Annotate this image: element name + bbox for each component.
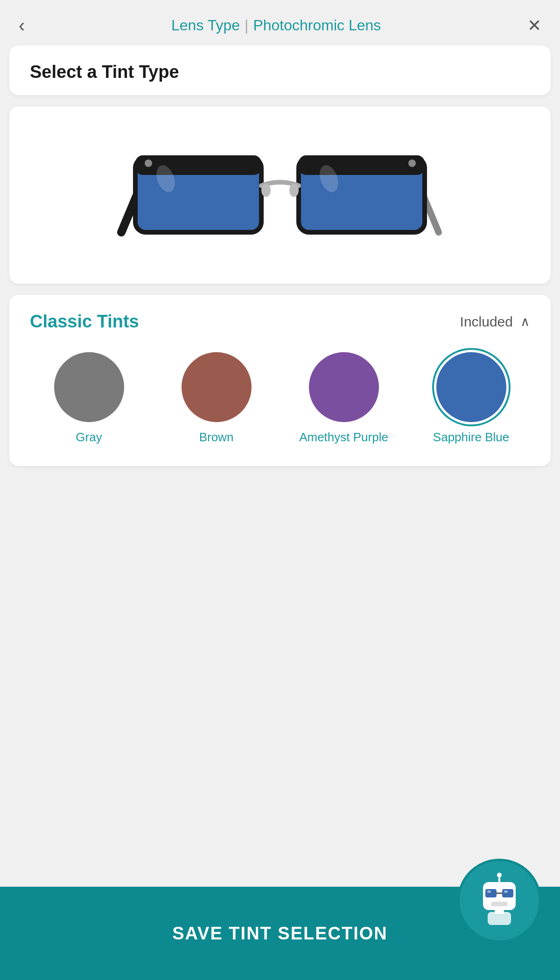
svg-rect-24 [495, 909, 504, 914]
swatch-sapphire-circle[interactable] [436, 352, 506, 422]
svg-point-9 [289, 184, 299, 197]
tints-header: Classic Tints Included ∧ [30, 312, 530, 332]
breadcrumb: Lens Type | Photochromic Lens [171, 17, 381, 34]
swatch-amethyst-purple[interactable]: Amethyst Purple [285, 352, 403, 445]
header: ‹ Lens Type | Photochromic Lens ✕ [0, 0, 560, 45]
svg-rect-20 [491, 902, 508, 906]
robot-circle [457, 859, 541, 943]
breadcrumb-lens-subtype: Photochromic Lens [253, 17, 381, 34]
breadcrumb-lens-type: Lens Type [171, 17, 240, 34]
svg-point-10 [145, 160, 152, 167]
swatch-sapphire-label: Sapphire Blue [433, 430, 509, 445]
back-button[interactable]: ‹ [19, 15, 25, 36]
main-content: Select a Tint Type [0, 45, 560, 757]
svg-rect-18 [504, 890, 508, 893]
chevron-up-icon[interactable]: ∧ [520, 314, 530, 329]
empty-area [9, 477, 551, 757]
svg-rect-23 [488, 912, 511, 925]
svg-point-22 [497, 873, 502, 877]
svg-point-8 [261, 184, 271, 197]
svg-rect-17 [487, 890, 491, 893]
save-tint-button[interactable]: SAVE TINT SELECTION [172, 924, 388, 944]
tints-title: Classic Tints [30, 312, 139, 332]
classic-tints-card: Classic Tints Included ∧ Gray Brown Amet… [9, 295, 551, 466]
swatch-amethyst-circle[interactable] [309, 352, 379, 422]
tints-badge-text: Included [460, 314, 513, 330]
swatch-brown-circle[interactable] [182, 352, 252, 422]
tints-included-badge: Included ∧ [460, 314, 530, 330]
swatch-brown-label: Brown [199, 430, 234, 445]
breadcrumb-separator: | [245, 17, 248, 34]
glasses-image [37, 130, 523, 260]
glasses-preview-card [9, 106, 551, 284]
svg-rect-15 [485, 889, 497, 897]
svg-rect-16 [502, 889, 513, 897]
section-title: Select a Tint Type [30, 62, 530, 82]
swatch-gray-circle[interactable] [54, 352, 124, 422]
robot-mascot [457, 859, 541, 943]
close-button[interactable]: ✕ [527, 16, 541, 35]
svg-point-11 [408, 160, 416, 167]
swatch-brown[interactable]: Brown [157, 352, 275, 445]
section-title-card: Select a Tint Type [9, 45, 551, 95]
swatch-gray[interactable]: Gray [30, 352, 148, 445]
swatch-sapphire-blue[interactable]: Sapphire Blue [412, 352, 530, 445]
swatch-amethyst-label: Amethyst Purple [299, 430, 388, 445]
swatches-row: Gray Brown Amethyst Purple Sapphire Blue [30, 352, 530, 445]
swatch-gray-label: Gray [76, 430, 102, 445]
